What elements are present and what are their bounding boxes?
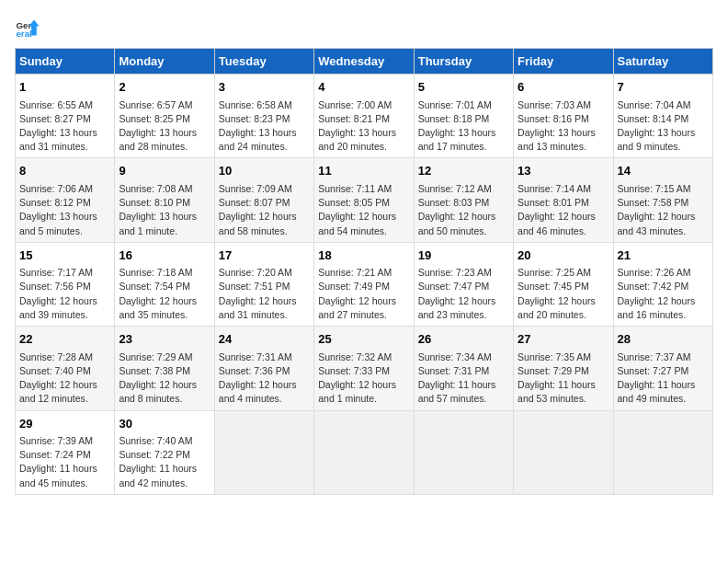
svg-text:eral: eral	[16, 29, 32, 39]
calendar-cell	[613, 410, 712, 494]
calendar-cell: 23Sunrise: 7:29 AMSunset: 7:38 PMDayligh…	[115, 327, 214, 410]
cell-info: Sunrise: 7:04 AMSunset: 8:14 PMDaylight:…	[618, 98, 709, 155]
day-number: 8	[19, 162, 110, 180]
day-number: 9	[119, 162, 210, 180]
day-number: 20	[518, 247, 609, 265]
cell-info: Sunrise: 7:09 AMSunset: 8:07 PMDaylight:…	[219, 182, 310, 238]
day-number: 24	[219, 330, 310, 349]
calendar-cell: 16Sunrise: 7:18 AMSunset: 7:54 PMDayligh…	[115, 242, 214, 326]
day-number: 14	[618, 162, 709, 180]
calendar-cell: 25Sunrise: 7:32 AMSunset: 7:33 PMDayligh…	[314, 327, 414, 410]
day-number: 22	[19, 330, 110, 349]
cell-info: Sunrise: 7:32 AMSunset: 7:33 PMDaylight:…	[318, 350, 409, 407]
page-header: Gen eral	[15, 15, 713, 40]
cell-info: Sunrise: 6:58 AMSunset: 8:23 PMDaylight:…	[219, 98, 310, 155]
calendar-cell: 14Sunrise: 7:15 AMSunset: 7:58 PMDayligh…	[613, 158, 712, 242]
header-row: SundayMondayTuesdayWednesdayThursdayFrid…	[16, 49, 713, 75]
cell-info: Sunrise: 7:15 AMSunset: 7:58 PMDaylight:…	[618, 182, 709, 238]
calendar-week-3: 15Sunrise: 7:17 AMSunset: 7:56 PMDayligh…	[16, 242, 713, 326]
calendar-cell: 4Sunrise: 7:00 AMSunset: 8:21 PMDaylight…	[314, 75, 414, 158]
calendar-table: SundayMondayTuesdayWednesdayThursdayFrid…	[15, 48, 713, 495]
day-number: 6	[518, 78, 609, 97]
day-number: 15	[19, 247, 110, 265]
calendar-week-1: 1Sunrise: 6:55 AMSunset: 8:27 PMDaylight…	[16, 75, 713, 158]
calendar-cell: 13Sunrise: 7:14 AMSunset: 8:01 PMDayligh…	[514, 158, 613, 242]
calendar-cell: 9Sunrise: 7:08 AMSunset: 8:10 PMDaylight…	[115, 158, 214, 242]
calendar-cell: 22Sunrise: 7:28 AMSunset: 7:40 PMDayligh…	[16, 327, 115, 410]
calendar-cell: 2Sunrise: 6:57 AMSunset: 8:25 PMDaylight…	[115, 75, 214, 158]
day-number: 25	[318, 330, 409, 349]
day-number: 7	[618, 78, 709, 97]
calendar-cell: 28Sunrise: 7:37 AMSunset: 7:27 PMDayligh…	[613, 327, 712, 410]
cell-info: Sunrise: 7:08 AMSunset: 8:10 PMDaylight:…	[119, 182, 210, 238]
calendar-cell: 10Sunrise: 7:09 AMSunset: 8:07 PMDayligh…	[214, 158, 313, 242]
column-header-saturday: Saturday	[613, 49, 712, 75]
cell-info: Sunrise: 7:25 AMSunset: 7:45 PMDaylight:…	[518, 266, 609, 322]
logo-icon: Gen eral	[15, 15, 40, 40]
calendar-cell: 7Sunrise: 7:04 AMSunset: 8:14 PMDaylight…	[613, 75, 712, 158]
day-number: 16	[119, 247, 210, 265]
calendar-week-2: 8Sunrise: 7:06 AMSunset: 8:12 PMDaylight…	[16, 158, 713, 242]
calendar-cell: 1Sunrise: 6:55 AMSunset: 8:27 PMDaylight…	[16, 75, 115, 158]
calendar-cell: 30Sunrise: 7:40 AMSunset: 7:22 PMDayligh…	[115, 410, 214, 494]
day-number: 4	[318, 78, 409, 97]
cell-info: Sunrise: 7:03 AMSunset: 8:16 PMDaylight:…	[518, 98, 609, 155]
cell-info: Sunrise: 7:35 AMSunset: 7:29 PMDaylight:…	[518, 350, 609, 407]
day-number: 19	[418, 247, 509, 265]
calendar-cell: 6Sunrise: 7:03 AMSunset: 8:16 PMDaylight…	[514, 75, 613, 158]
cell-info: Sunrise: 7:29 AMSunset: 7:38 PMDaylight:…	[119, 350, 210, 407]
calendar-cell: 18Sunrise: 7:21 AMSunset: 7:49 PMDayligh…	[314, 242, 414, 326]
cell-info: Sunrise: 6:55 AMSunset: 8:27 PMDaylight:…	[19, 98, 110, 155]
day-number: 28	[618, 330, 709, 349]
day-number: 29	[19, 415, 110, 433]
cell-info: Sunrise: 7:14 AMSunset: 8:01 PMDaylight:…	[518, 182, 609, 238]
day-number: 18	[318, 247, 409, 265]
calendar-body: 1Sunrise: 6:55 AMSunset: 8:27 PMDaylight…	[16, 75, 713, 495]
cell-info: Sunrise: 7:40 AMSunset: 7:22 PMDaylight:…	[119, 434, 210, 490]
cell-info: Sunrise: 7:18 AMSunset: 7:54 PMDaylight:…	[119, 266, 210, 322]
calendar-cell	[314, 410, 414, 494]
calendar-cell: 27Sunrise: 7:35 AMSunset: 7:29 PMDayligh…	[514, 327, 613, 410]
day-number: 17	[219, 247, 310, 265]
day-number: 23	[119, 330, 210, 349]
logo: Gen eral	[15, 15, 44, 40]
cell-info: Sunrise: 7:28 AMSunset: 7:40 PMDaylight:…	[19, 350, 110, 407]
day-number: 27	[518, 330, 609, 349]
calendar-cell: 26Sunrise: 7:34 AMSunset: 7:31 PMDayligh…	[414, 327, 513, 410]
day-number: 10	[219, 162, 310, 180]
cell-info: Sunrise: 7:00 AMSunset: 8:21 PMDaylight:…	[318, 98, 409, 155]
calendar-cell	[414, 410, 513, 494]
cell-info: Sunrise: 7:34 AMSunset: 7:31 PMDaylight:…	[418, 350, 509, 407]
column-header-monday: Monday	[115, 49, 214, 75]
day-number: 5	[418, 78, 509, 97]
day-number: 1	[19, 78, 110, 97]
column-header-sunday: Sunday	[16, 49, 115, 75]
calendar-cell: 15Sunrise: 7:17 AMSunset: 7:56 PMDayligh…	[16, 242, 115, 326]
column-header-friday: Friday	[514, 49, 613, 75]
cell-info: Sunrise: 7:21 AMSunset: 7:49 PMDaylight:…	[318, 266, 409, 322]
cell-info: Sunrise: 7:11 AMSunset: 8:05 PMDaylight:…	[318, 182, 409, 238]
day-number: 2	[119, 78, 210, 97]
calendar-cell: 3Sunrise: 6:58 AMSunset: 8:23 PMDaylight…	[214, 75, 313, 158]
calendar-cell: 17Sunrise: 7:20 AMSunset: 7:51 PMDayligh…	[214, 242, 313, 326]
calendar-cell: 5Sunrise: 7:01 AMSunset: 8:18 PMDaylight…	[414, 75, 513, 158]
day-number: 26	[418, 330, 509, 349]
calendar-cell	[514, 410, 613, 494]
cell-info: Sunrise: 7:06 AMSunset: 8:12 PMDaylight:…	[19, 182, 110, 238]
day-number: 11	[318, 162, 409, 180]
calendar-cell: 8Sunrise: 7:06 AMSunset: 8:12 PMDaylight…	[16, 158, 115, 242]
calendar-cell: 20Sunrise: 7:25 AMSunset: 7:45 PMDayligh…	[514, 242, 613, 326]
cell-info: Sunrise: 7:23 AMSunset: 7:47 PMDaylight:…	[418, 266, 509, 322]
calendar-cell: 29Sunrise: 7:39 AMSunset: 7:24 PMDayligh…	[16, 410, 115, 494]
column-header-tuesday: Tuesday	[214, 49, 313, 75]
cell-info: Sunrise: 6:57 AMSunset: 8:25 PMDaylight:…	[119, 98, 210, 155]
day-number: 30	[119, 415, 210, 433]
cell-info: Sunrise: 7:12 AMSunset: 8:03 PMDaylight:…	[418, 182, 509, 238]
calendar-cell: 11Sunrise: 7:11 AMSunset: 8:05 PMDayligh…	[314, 158, 414, 242]
calendar-cell: 19Sunrise: 7:23 AMSunset: 7:47 PMDayligh…	[414, 242, 513, 326]
day-number: 12	[418, 162, 509, 180]
cell-info: Sunrise: 7:37 AMSunset: 7:27 PMDaylight:…	[618, 350, 709, 407]
calendar-week-5: 29Sunrise: 7:39 AMSunset: 7:24 PMDayligh…	[16, 410, 713, 494]
day-number: 3	[219, 78, 310, 97]
day-number: 13	[518, 162, 609, 180]
